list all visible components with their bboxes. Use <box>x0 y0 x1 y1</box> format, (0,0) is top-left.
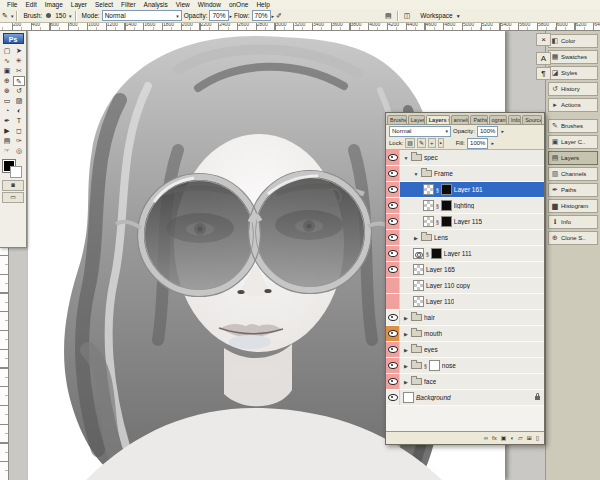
menu-select[interactable]: Select <box>91 0 117 9</box>
eraser-tool[interactable]: ▭ <box>1 96 13 106</box>
layer-row-layer-115[interactable]: §Layer 115 <box>386 214 544 230</box>
character-panel-icon[interactable]: A <box>536 52 551 65</box>
crop-tool[interactable]: ▣ <box>1 66 13 76</box>
opacity-field[interactable]: 70% <box>209 10 228 21</box>
new-adjustment-layer-button[interactable]: ◐ <box>510 433 514 443</box>
tab-info[interactable]: Info <box>508 115 521 124</box>
new-group-button[interactable]: ▱ <box>518 433 523 443</box>
brush-size-value[interactable]: 150 <box>55 12 66 19</box>
eyedropper-tool[interactable]: ✑ <box>13 136 25 146</box>
menu-help[interactable]: Help <box>252 0 273 9</box>
tab-channels[interactable]: annels <box>451 115 470 124</box>
horizontal-ruler[interactable]: 2004006008001000120014001600180020002200… <box>0 22 600 31</box>
fill-field[interactable]: 100% <box>467 138 488 149</box>
visibility-toggle[interactable] <box>386 214 400 229</box>
menu-view[interactable]: View <box>172 0 194 9</box>
dock-paths[interactable]: ✒Paths <box>548 183 598 197</box>
menu-edit[interactable]: Edit <box>21 0 40 9</box>
panel-opacity-arrow[interactable]: ▸ <box>501 128 504 134</box>
fill-arrow[interactable]: ▸ <box>491 140 494 146</box>
visibility-toggle[interactable] <box>386 358 400 373</box>
path-selection-tool[interactable]: ▶ <box>1 126 13 136</box>
menu-onone[interactable]: onOne <box>225 0 253 9</box>
tab-brushes[interactable]: Brushe <box>387 115 407 124</box>
tab-clone-source[interactable]: Source <box>522 115 542 124</box>
layer-thumbnail[interactable] <box>423 216 434 227</box>
layer-group-nose[interactable]: ▶§nose <box>386 358 544 374</box>
menu-file[interactable]: File <box>3 0 21 9</box>
quick-mask-button[interactable]: ◙ <box>2 180 24 191</box>
airbrush-toggle-icon[interactable]: ✐ <box>276 12 282 20</box>
expand-closed-icon[interactable]: ▶ <box>413 235 419 241</box>
visibility-toggle[interactable] <box>386 294 400 309</box>
go-to-bridge-icon[interactable]: ◫ <box>404 12 411 20</box>
mode-select[interactable]: Normal ▾ <box>102 10 182 21</box>
layer-row-layer-110-copy[interactable]: Layer 110 copy <box>386 278 544 294</box>
healing-brush-tool[interactable]: ⊕ <box>1 76 13 86</box>
visibility-toggle[interactable] <box>386 278 400 293</box>
opacity-slider-arrow[interactable]: ▸ <box>230 13 233 19</box>
layer-mask-thumbnail[interactable] <box>441 200 452 211</box>
new-document-icon[interactable]: ▤ <box>385 12 392 20</box>
menu-window[interactable]: Window <box>194 0 225 9</box>
notes-tool[interactable]: ▤ <box>1 136 13 146</box>
rectangular-marquee-tool[interactable]: ▢ <box>1 46 13 56</box>
visibility-toggle[interactable] <box>386 150 400 165</box>
brush-picker-arrow[interactable]: ▾ <box>69 13 72 19</box>
visibility-toggle[interactable] <box>386 230 400 245</box>
dock-info[interactable]: ℹInfo <box>548 215 598 229</box>
screen-mode-button[interactable]: ▭ <box>2 192 24 203</box>
visibility-toggle[interactable] <box>386 326 400 341</box>
tool-preset-icon[interactable]: ✎ <box>2 12 8 20</box>
visibility-toggle[interactable] <box>386 246 400 261</box>
tool-preset-arrow[interactable]: ▾ <box>11 13 14 19</box>
clone-stamp-tool[interactable]: ⊛ <box>1 86 13 96</box>
expand-closed-icon[interactable]: ▶ <box>403 379 409 385</box>
layer-thumbnail[interactable] <box>423 184 434 195</box>
dock-layers[interactable]: ▤Layers <box>548 151 598 165</box>
brush-tool[interactable]: ✎ <box>13 76 25 86</box>
zoom-tool[interactable]: ◎ <box>13 146 25 156</box>
dodge-tool[interactable]: ◐ <box>13 106 25 116</box>
layer-group-face[interactable]: ▶face <box>386 374 544 390</box>
tab-paths[interactable]: Paths <box>470 115 487 124</box>
tab-layer-comps[interactable]: Layer <box>408 115 425 124</box>
magic-wand-tool[interactable]: ✳ <box>13 56 25 66</box>
layer-mask-thumbnail[interactable] <box>431 248 442 259</box>
type-tool[interactable]: T <box>13 116 25 126</box>
layer-row-layer-111[interactable]: §Layer 111 <box>386 246 544 262</box>
flow-field[interactable]: 70% <box>252 10 271 21</box>
layer-thumbnail[interactable] <box>413 296 424 307</box>
workspace-button[interactable]: Workspace <box>420 12 452 19</box>
visibility-toggle[interactable] <box>386 374 400 389</box>
dock-history[interactable]: ↺History <box>548 82 598 96</box>
menu-layer[interactable]: Layer <box>67 0 91 9</box>
blend-mode-select[interactable]: Normal ▾ <box>389 126 451 137</box>
visibility-toggle[interactable] <box>386 182 400 197</box>
visibility-toggle[interactable] <box>386 166 400 181</box>
collapse-dock-icon[interactable]: × <box>536 33 551 46</box>
gradient-tool[interactable]: ▨ <box>13 96 25 106</box>
background-color-swatch[interactable] <box>10 166 22 178</box>
layer-row-layer-165[interactable]: Layer 165 <box>386 262 544 278</box>
layer-group-frame[interactable]: ▼Frame <box>386 166 544 182</box>
new-layer-button[interactable]: ⊞ <box>527 433 532 443</box>
layer-thumbnail[interactable] <box>413 280 424 291</box>
dock-brushes[interactable]: ✎Brushes <box>548 119 598 133</box>
dock-histogram[interactable]: ▆Histogram <box>548 199 598 213</box>
layer-group-lens[interactable]: ▶Lens <box>386 230 544 246</box>
panel-opacity-field[interactable]: 100% <box>477 126 498 137</box>
layer-row-layer-110[interactable]: Layer 110 <box>386 294 544 310</box>
tab-histogram[interactable]: ogram <box>489 115 507 124</box>
menu-filter[interactable]: Filter <box>117 0 139 9</box>
visibility-toggle[interactable] <box>386 198 400 213</box>
dock-layer-c[interactable]: ▣Layer C.. <box>548 135 598 149</box>
layer-mask-thumbnail[interactable] <box>429 360 440 371</box>
layer-thumbnail[interactable] <box>413 248 424 259</box>
dock-swatches[interactable]: ▦Swatches <box>548 50 598 64</box>
lock-all[interactable]: ▪ <box>438 138 444 148</box>
add-layer-mask-button[interactable]: ▣ <box>501 433 507 443</box>
dock-actions[interactable]: ▸Actions <box>548 98 598 112</box>
paragraph-panel-icon[interactable]: ¶ <box>536 67 551 80</box>
layer-group-mouth[interactable]: ▶mouth <box>386 326 544 342</box>
